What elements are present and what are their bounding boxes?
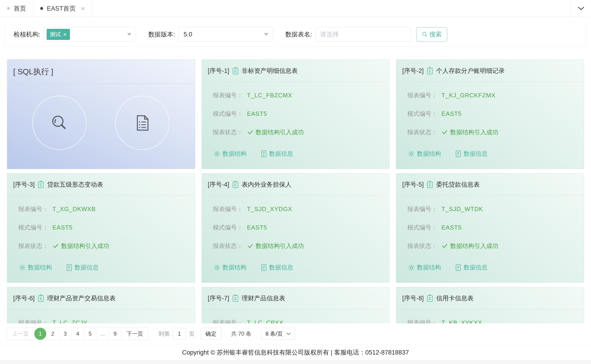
status-text: 数据结构引入成功 (450, 128, 498, 136)
data-structure-link[interactable]: 数据结构 (408, 150, 441, 158)
schema-no-label: 模式编号： (18, 223, 48, 232)
goto-page-prefix: 到第 (159, 330, 170, 338)
clipboard-icon (426, 294, 433, 302)
sql-document-circle[interactable] (115, 96, 169, 150)
card-seq: [序号-8] (402, 294, 424, 302)
document-icon (132, 113, 153, 133)
data-info-label: 数据信息 (269, 150, 293, 158)
table-card: [序号-3] 贷款五级形态变动表 报表编号： T_XG_DKWXB 模式编号： … (7, 173, 195, 283)
prev-page-button[interactable]: 上一页 (7, 328, 34, 340)
schema-no-label: 模式编号： (407, 110, 437, 118)
document-icon (261, 264, 267, 271)
clipboard-icon (232, 294, 239, 302)
data-structure-label: 数据结构 (223, 263, 246, 272)
page-button-2[interactable]: 2 (46, 328, 59, 340)
data-info-link[interactable]: 数据信息 (261, 263, 293, 272)
tag-remove-icon[interactable]: × (63, 31, 67, 37)
card-header: [序号-1] 非标资产明细信息表 (202, 60, 389, 82)
gear-icon (19, 264, 26, 271)
version-select[interactable]: 5.0 (178, 27, 273, 42)
report-no-label: 报表编号： (213, 91, 243, 99)
caret-down-icon (264, 33, 268, 36)
document-icon (455, 150, 461, 157)
data-info-link[interactable]: 数据信息 (261, 150, 293, 158)
report-no-value: T_XG_DKWXB (53, 206, 96, 213)
status-label: 报表状态： (407, 128, 437, 136)
sql-exec-card: [ SQL执行 ] (7, 59, 195, 169)
report-no-label: 报表编号： (407, 205, 437, 213)
org-tag[interactable]: 测试 × (47, 29, 70, 40)
search-icon (422, 31, 428, 38)
page-button-4[interactable]: 4 (71, 328, 84, 340)
data-structure-link[interactable]: 数据结构 (19, 263, 52, 272)
table-name-input[interactable] (315, 27, 411, 42)
page-size-select[interactable]: 8 条/页 (261, 328, 295, 340)
status-label: 报表状态： (213, 242, 243, 250)
data-info-link[interactable]: 数据信息 (455, 263, 488, 272)
card-title: 理财产品信息表 (242, 294, 285, 302)
sql-search-circle[interactable] (32, 96, 86, 150)
close-icon[interactable]: × (81, 5, 85, 12)
card-header: [序号-5] 委托贷款信息表 (396, 174, 584, 196)
tab-home[interactable]: 首页 (0, 0, 33, 17)
card-seq: [序号-2] (402, 67, 424, 75)
goto-page-input[interactable] (173, 328, 186, 340)
schema-no-value: EAST5 (441, 224, 461, 231)
version-value: 5.0 (181, 31, 192, 38)
data-info-label: 数据信息 (464, 150, 488, 158)
report-no-value: T_KJ_GRCKFZMX (441, 92, 495, 99)
filter-panel: 检核机构: 测试 × 数据版本: 5.0 数据表名: 搜索 (5, 22, 586, 47)
gear-icon (408, 151, 415, 157)
status-value: 数据结构引入成功 (247, 128, 304, 136)
clipboard-icon (37, 294, 44, 302)
bottom-strip (0, 360, 591, 364)
org-filter-label: 检核机构: (14, 30, 40, 39)
card-seq: [序号-4] (208, 180, 229, 189)
document-icon (261, 150, 267, 157)
data-info-link[interactable]: 数据信息 (66, 263, 99, 272)
data-structure-label: 数据结构 (223, 150, 246, 158)
data-info-link[interactable]: 数据信息 (455, 150, 488, 158)
tab-status-dot (7, 7, 10, 10)
card-header: [序号-2] 个人存款分户账明细记录 (396, 60, 584, 82)
check-icon (247, 129, 253, 135)
tabbar: 首页 EAST首页 × (0, 0, 591, 17)
page-ellipsis: ... (96, 328, 109, 340)
goto-confirm-button[interactable]: 确定 (201, 328, 221, 340)
next-page-button[interactable]: 下一页 (121, 328, 148, 340)
clipboard-icon (232, 181, 239, 188)
status-text: 数据结构引入成功 (256, 242, 304, 250)
card-header: [序号-7] 理财产品信息表 (202, 287, 389, 309)
search-icon (49, 113, 70, 133)
org-select[interactable]: 测试 × (44, 27, 136, 42)
document-icon (66, 264, 72, 271)
data-structure-link[interactable]: 数据结构 (214, 263, 246, 272)
card-seq: [序号-6] (13, 294, 35, 302)
data-structure-label: 数据结构 (417, 263, 441, 272)
page-group: 上一页 12345...9下一页 (7, 328, 148, 340)
card-title: 信用卡信息表 (436, 294, 473, 302)
status-label: 报表状态： (18, 242, 48, 250)
report-no-value: T_SJD_WTDK (441, 206, 483, 213)
data-structure-link[interactable]: 数据结构 (214, 150, 246, 158)
card-title: 理财产品资产交易信息表 (47, 294, 116, 302)
tab-east-home[interactable]: EAST首页 × (33, 0, 92, 17)
page-button-5[interactable]: 5 (84, 328, 96, 340)
search-button[interactable]: 搜索 (416, 27, 447, 41)
gear-icon (214, 264, 220, 271)
status-label: 报表状态： (213, 128, 243, 136)
tab-status-dot (40, 7, 43, 10)
tab-menu-button[interactable] (571, 0, 591, 17)
caret-down-icon (127, 33, 132, 36)
page-button-9[interactable]: 9 (109, 328, 121, 340)
card-grid: [ SQL执行 ] (7, 59, 584, 364)
schema-no-label: 模式编号： (213, 223, 243, 232)
data-structure-link[interactable]: 数据结构 (408, 263, 441, 272)
data-info-label: 数据信息 (464, 263, 488, 272)
gear-icon (408, 264, 415, 271)
status-text: 数据结构引入成功 (256, 128, 304, 136)
clipboard-icon (37, 181, 44, 188)
page-button-3[interactable]: 3 (59, 328, 71, 340)
card-header: [序号-8] 信用卡信息表 (396, 287, 584, 309)
page-button-1[interactable]: 1 (34, 328, 46, 340)
